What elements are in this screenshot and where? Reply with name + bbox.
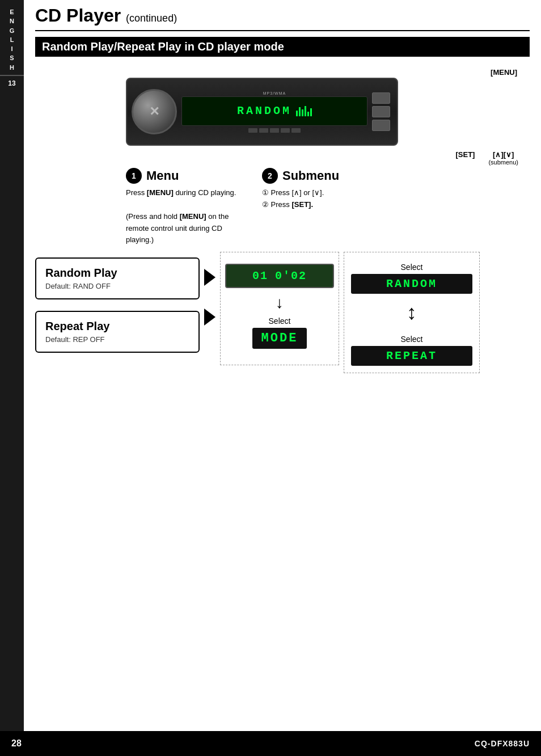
sidebar-language: E N G L I S H — [10, 8, 15, 71]
repeat-play-box: Repeat Play Default: REP OFF — [35, 311, 200, 353]
set-label: [SET] — [455, 150, 475, 166]
footer-page-number: 28 — [11, 738, 22, 749]
left-mode-boxes: Random Play Default: RAND OFF Repeat Pla… — [35, 252, 200, 353]
right-select-label2: Select — [351, 335, 472, 344]
sidebar-letter-s: S — [10, 54, 14, 62]
step1-header: 1 Menu — [126, 168, 251, 184]
repeat-arrow-icon — [204, 309, 215, 326]
footer: 28 CQ-DFX883U — [0, 731, 541, 756]
repeat-play-title: Repeat Play — [45, 320, 189, 333]
repeat-display: REPEAT — [351, 346, 472, 366]
random-play-title: Random Play — [45, 267, 189, 280]
middle-box: 01 0'02 ↓ Select MODE — [220, 252, 339, 365]
arrows-column — [200, 252, 220, 326]
sidebar-letter-l: L — [10, 36, 14, 44]
step2-header: 2 Submenu — [262, 168, 398, 184]
lcd-time: 0'02 — [275, 269, 307, 282]
random-play-default: Default: RAND OFF — [45, 282, 189, 290]
menu-label: [MENU] — [491, 68, 517, 77]
step1-menu-bold2: [MENU] — [180, 212, 206, 221]
step2-body: ① Press [∧] or [∨]. ② Press [SET]. — [262, 187, 387, 211]
right-select1-row: Select RANDOM — [351, 259, 472, 294]
lcd-display-box: 01 0'02 — [225, 264, 334, 288]
sidebar: E N G L I S H 13 — [0, 0, 24, 756]
sidebar-divider — [0, 75, 24, 76]
title-underline — [35, 30, 530, 31]
sidebar-letter-e: E — [10, 8, 14, 16]
step1-title: Menu — [146, 168, 179, 183]
step2-block: 2 Submenu ① Press [∧] or [∨]. ② Press [S… — [262, 168, 398, 211]
step2-number: 2 — [262, 168, 278, 184]
sidebar-letter-n: N — [10, 17, 14, 25]
random-display: RANDOM — [351, 274, 472, 294]
page-title: CD Player (continued) — [35, 6, 530, 26]
page-title-text: CD Player — [35, 5, 121, 26]
right-column: Select RANDOM ↕ Select REPEAT — [344, 252, 480, 373]
random-arrow-icon — [204, 269, 215, 286]
step1-block: 1 Menu Press [MENU] during CD playing. (… — [126, 168, 251, 246]
page-title-continued: (continued) — [126, 12, 177, 24]
step2-set-bold: [SET]. — [291, 200, 313, 209]
sidebar-letter-i: I — [11, 45, 12, 53]
footer-model-number: CQ-DFX883U — [475, 739, 530, 748]
diagram-body: Random Play Default: RAND OFF Repeat Pla… — [35, 252, 530, 373]
step1-body: Press [MENU] during CD playing. (Press a… — [126, 187, 251, 246]
sidebar-letter-h: H — [10, 64, 14, 71]
submenu-arrows-label: [∧][∨] — [493, 150, 514, 159]
middle-select-label: Select — [269, 316, 291, 326]
updown-arrow-icon: ↕ — [351, 301, 472, 324]
repeat-play-default: Default: REP OFF — [45, 335, 189, 344]
right-select-label1: Select — [351, 263, 472, 272]
lcd-track: 01 — [252, 269, 268, 282]
step2-title: Submenu — [282, 168, 339, 183]
sidebar-letter-g: G — [10, 27, 15, 35]
main-content: CD Player (continued) Random Play/Repeat… — [24, 0, 541, 390]
mode-display: MODE — [252, 328, 307, 349]
submenu-sub-label: (submenu) — [488, 159, 518, 166]
step1-number: 1 — [126, 168, 142, 184]
cd-device-image: ✕ MP3/WMA RANDOM — [126, 78, 398, 146]
step1-menu-bold: [MENU] — [147, 188, 174, 197]
down-arrow-icon: ↓ — [276, 295, 284, 311]
section-header: Random Play/Repeat Play in CD player mod… — [35, 37, 530, 57]
sidebar-page-number: 13 — [8, 79, 15, 87]
right-select2-row: Select REPEAT — [351, 331, 472, 366]
random-play-box: Random Play Default: RAND OFF — [35, 257, 200, 299]
